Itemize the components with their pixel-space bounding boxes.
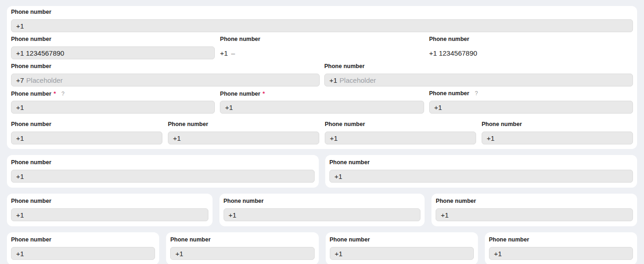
- phone-input[interactable]: +1: [482, 132, 633, 144]
- panel-row-3: Phone number +7 Placeholder Phone number…: [11, 63, 633, 86]
- field-label: Phone number: [489, 237, 529, 243]
- phone-fields-panel: Phone number +1 Phone number +1 12345678…: [7, 6, 637, 149]
- phone-number-field: Phone number +1: [168, 121, 319, 144]
- input-value: +1: [487, 134, 494, 142]
- phone-input[interactable]: +1: [168, 132, 319, 144]
- required-indicator: *: [54, 91, 56, 97]
- field-label: Phone number: [220, 91, 260, 97]
- field-label-row: Phone number *: [220, 91, 424, 97]
- input-value: +1: [335, 250, 343, 258]
- field-label: Phone number: [325, 121, 365, 127]
- phone-input[interactable]: +7 Placeholder: [11, 74, 320, 86]
- phone-number-field: Phone number +1 1234567890: [11, 36, 215, 59]
- phone-number-field-readonly: Phone number +1 –: [220, 36, 424, 59]
- readonly-value: +1 –: [220, 46, 424, 59]
- field-label-row: Phone number: [11, 121, 162, 127]
- input-value: +1: [330, 134, 338, 142]
- phone-input[interactable]: +1 1234567890: [11, 46, 215, 59]
- input-value: +1: [434, 103, 442, 111]
- input-value: +1: [16, 211, 24, 219]
- phone-field-card: Phone number +1: [7, 155, 319, 188]
- phone-input[interactable]: +1: [11, 132, 162, 144]
- readonly-value: +1 1234567890: [429, 46, 633, 59]
- readonly-prefix: +1: [220, 49, 228, 57]
- panel-row-5: Phone number +1 Phone number +1 Phone nu…: [11, 121, 633, 144]
- phone-field-card: Phone number +1: [485, 232, 637, 264]
- field-label: Phone number: [11, 36, 52, 42]
- phone-input[interactable]: +1: [11, 101, 215, 114]
- phone-field-card: Phone number +1: [431, 194, 637, 226]
- page: Phone number +1 Phone number +1 12345678…: [0, 0, 644, 264]
- input-value: +1: [441, 211, 448, 219]
- phone-input[interactable]: +1: [11, 208, 208, 221]
- field-label-row: Phone number: [224, 198, 421, 204]
- phone-number-field-required: Phone number * +1: [220, 91, 424, 114]
- input-value: +1: [334, 172, 342, 180]
- phone-input[interactable]: +1: [220, 101, 424, 114]
- field-label-row: Phone number: [11, 160, 315, 166]
- field-label-row: Phone number: [11, 36, 215, 42]
- field-label-row: Phone number * ?: [11, 91, 215, 97]
- help-icon[interactable]: ?: [62, 91, 65, 97]
- field-label-row: Phone number: [168, 121, 319, 127]
- phone-field-card: Phone number +1: [166, 232, 318, 264]
- field-label: Phone number: [170, 237, 211, 243]
- phone-number-field: Phone number +1: [482, 121, 633, 144]
- field-label: Phone number: [11, 9, 52, 15]
- phone-input[interactable]: +1: [330, 247, 474, 260]
- country-code-prefix: +1: [329, 76, 337, 84]
- field-label: Phone number: [11, 160, 52, 166]
- field-label: Phone number: [329, 160, 370, 166]
- field-label: Phone number: [429, 36, 470, 42]
- field-label-row: Phone number: [436, 198, 633, 204]
- phone-number-field: Phone number ? +1: [429, 91, 633, 114]
- phone-input[interactable]: +1: [11, 247, 155, 260]
- input-value: +1: [16, 172, 24, 180]
- phone-number-field: Phone number +1: [325, 121, 476, 144]
- country-code-prefix: +7: [16, 76, 24, 84]
- input-value: +1 1234567890: [16, 49, 64, 57]
- field-label-row: Phone number: [220, 36, 424, 42]
- field-label: Phone number: [429, 91, 470, 97]
- readonly-text: +1 1234567890: [429, 49, 477, 57]
- phone-input[interactable]: +1: [11, 19, 633, 32]
- field-label-row: Phone number: [429, 36, 633, 42]
- phone-input[interactable]: +1: [429, 101, 633, 114]
- field-label: Phone number: [11, 63, 52, 69]
- phone-input[interactable]: +1 Placeholder: [324, 74, 633, 86]
- phone-input[interactable]: +1: [11, 170, 315, 183]
- phone-field-card: Phone number +1: [7, 194, 213, 226]
- required-indicator: *: [263, 91, 265, 97]
- field-label: Phone number: [11, 198, 52, 204]
- field-label-row: Phone number: [329, 160, 633, 166]
- card-row-four: Phone number +1 Phone number +1 Phone nu…: [7, 232, 637, 264]
- field-label-row: Phone number ?: [429, 91, 633, 97]
- card-row-three: Phone number +1 Phone number +1 Phone nu…: [7, 194, 637, 226]
- phone-number-field-required: Phone number * ? +1: [11, 91, 215, 114]
- phone-input[interactable]: +1: [325, 132, 476, 144]
- field-label: Phone number: [11, 121, 52, 127]
- phone-input[interactable]: +1: [170, 247, 314, 260]
- field-label-row: Phone number: [330, 237, 474, 243]
- input-placeholder: Placeholder: [26, 76, 63, 84]
- phone-input[interactable]: +1: [224, 208, 421, 221]
- input-value: +1: [16, 103, 24, 111]
- field-label: Phone number: [330, 237, 370, 243]
- input-value: +1: [225, 103, 233, 111]
- phone-input[interactable]: +1: [436, 208, 633, 221]
- phone-input[interactable]: +1: [489, 247, 633, 260]
- help-icon[interactable]: ?: [475, 91, 478, 97]
- field-label: Phone number: [220, 36, 260, 42]
- phone-input[interactable]: +1: [329, 170, 633, 183]
- panel-row-1: Phone number +1: [11, 9, 633, 32]
- phone-field-card: Phone number +1: [326, 232, 478, 264]
- field-label: Phone number: [224, 198, 264, 204]
- panel-row-4: Phone number * ? +1 Phone number * +1: [11, 91, 633, 114]
- input-value: +1: [16, 134, 24, 142]
- card-row-two: Phone number +1 Phone number +1: [7, 155, 637, 188]
- field-label: Phone number: [11, 91, 52, 97]
- input-value: +1: [229, 211, 236, 219]
- panel-row-2: Phone number +1 1234567890 Phone number …: [11, 36, 633, 59]
- field-label-row: Phone number: [11, 198, 208, 204]
- input-value: +1: [494, 250, 502, 258]
